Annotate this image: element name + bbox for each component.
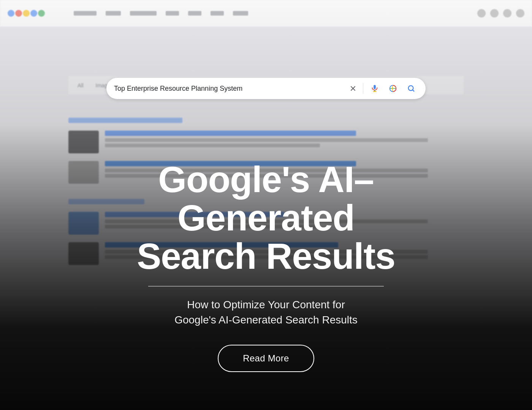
hero-title: Google's AI– Generated Search Results xyxy=(137,161,395,275)
title-divider xyxy=(148,286,384,287)
hero-subtitle: How to Optimize Your Content for Google'… xyxy=(174,297,358,328)
hero-section: Google's AI– Generated Search Results Ho… xyxy=(0,0,532,410)
read-more-button[interactable]: Read More xyxy=(218,345,314,372)
